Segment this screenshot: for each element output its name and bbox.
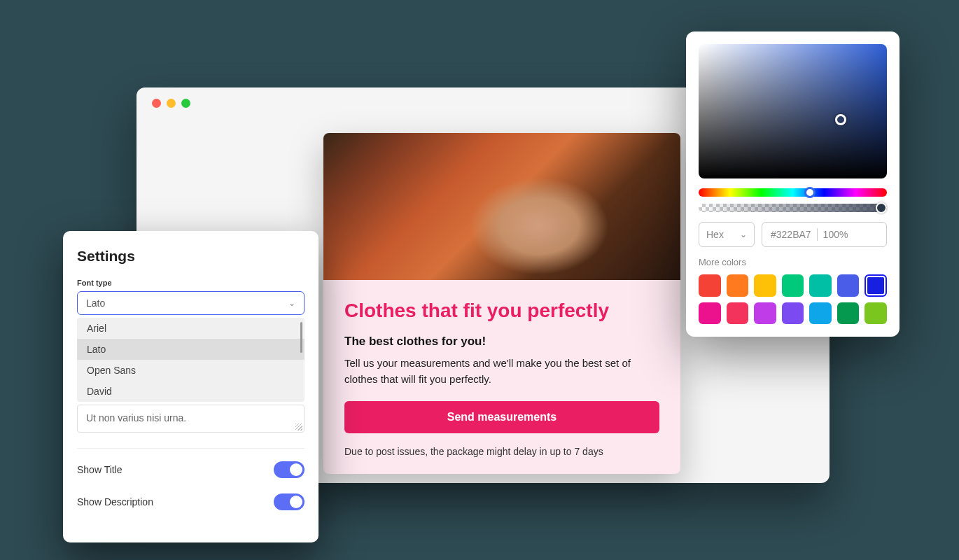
font-option[interactable]: David bbox=[77, 381, 304, 402]
alpha-slider[interactable] bbox=[699, 204, 887, 212]
separator bbox=[817, 228, 818, 241]
font-option[interactable]: Open Sans bbox=[77, 360, 304, 381]
divider bbox=[77, 448, 304, 449]
color-swatch[interactable] bbox=[782, 274, 804, 297]
hex-input[interactable]: #322BA7 100% bbox=[762, 222, 887, 247]
minimize-window-dot[interactable] bbox=[167, 99, 176, 108]
textarea-content: Ut non varius nisi urna. bbox=[86, 412, 186, 424]
font-dropdown-list: Ariel Lato Open Sans David bbox=[77, 318, 304, 402]
hue-slider[interactable] bbox=[699, 188, 887, 197]
color-swatch[interactable] bbox=[809, 302, 832, 325]
chevron-down-icon: ⌄ bbox=[288, 298, 295, 308]
font-option[interactable]: Ariel bbox=[77, 318, 304, 339]
color-swatch[interactable] bbox=[754, 302, 776, 325]
font-type-label: Font type bbox=[77, 279, 304, 287]
toggle-row-show-description: Show Description bbox=[77, 493, 304, 510]
font-select-value: Lato bbox=[86, 298, 105, 309]
hex-value: #322BA7 bbox=[771, 229, 811, 240]
color-swatch[interactable] bbox=[809, 274, 832, 297]
close-window-dot[interactable] bbox=[152, 99, 161, 108]
color-swatch[interactable] bbox=[837, 274, 860, 297]
toggle-label: Show Title bbox=[77, 464, 122, 475]
color-swatch[interactable] bbox=[864, 274, 887, 297]
chevron-down-icon: ⌄ bbox=[740, 230, 747, 239]
color-swatch[interactable] bbox=[782, 302, 804, 325]
resize-handle-icon[interactable] bbox=[295, 424, 302, 430]
color-swatch[interactable] bbox=[754, 274, 776, 297]
font-option[interactable]: Lato bbox=[77, 339, 304, 360]
settings-panel: Settings Font type Lato ⌄ Ariel Lato Ope… bbox=[63, 231, 318, 542]
maximize-window-dot[interactable] bbox=[181, 99, 190, 108]
saturation-value-area[interactable] bbox=[699, 44, 887, 178]
color-swatch[interactable] bbox=[837, 302, 860, 325]
dropdown-scrollbar[interactable] bbox=[300, 322, 302, 353]
settings-heading: Settings bbox=[77, 248, 304, 265]
color-picker-panel: Hex ⌄ #322BA7 100% More colors bbox=[686, 31, 899, 337]
card-footnote: Due to post issues, the package might de… bbox=[344, 446, 659, 457]
hero-image bbox=[323, 133, 680, 280]
color-swatch[interactable] bbox=[699, 302, 721, 325]
card-subtitle: The best clothes for you! bbox=[344, 335, 659, 349]
color-cursor[interactable] bbox=[835, 114, 846, 125]
more-colors-label: More colors bbox=[699, 257, 887, 267]
color-format-select[interactable]: Hex ⌄ bbox=[699, 222, 755, 247]
hue-handle[interactable] bbox=[804, 187, 816, 198]
alpha-value: 100% bbox=[823, 229, 848, 240]
show-description-toggle[interactable] bbox=[274, 493, 304, 510]
swatch-grid bbox=[699, 274, 887, 324]
color-swatch[interactable] bbox=[864, 302, 887, 325]
show-title-toggle[interactable] bbox=[274, 461, 304, 478]
color-swatch[interactable] bbox=[699, 274, 721, 297]
font-select[interactable]: Lato ⌄ bbox=[77, 291, 304, 315]
alpha-handle[interactable] bbox=[876, 202, 887, 214]
color-swatch[interactable] bbox=[727, 302, 749, 325]
text-input[interactable]: Ut non varius nisi urna. bbox=[77, 405, 304, 433]
promo-card: Clothes that fit you perfectly The best … bbox=[323, 133, 680, 474]
toggle-row-show-title: Show Title bbox=[77, 461, 304, 478]
color-swatch[interactable] bbox=[727, 274, 749, 297]
card-title: Clothes that fit you perfectly bbox=[344, 300, 659, 322]
format-value: Hex bbox=[706, 229, 724, 240]
card-body-text: Tell us your measurements and we'll make… bbox=[344, 356, 659, 387]
toggle-label: Show Description bbox=[77, 496, 153, 507]
send-measurements-button[interactable]: Send measurements bbox=[344, 401, 659, 433]
